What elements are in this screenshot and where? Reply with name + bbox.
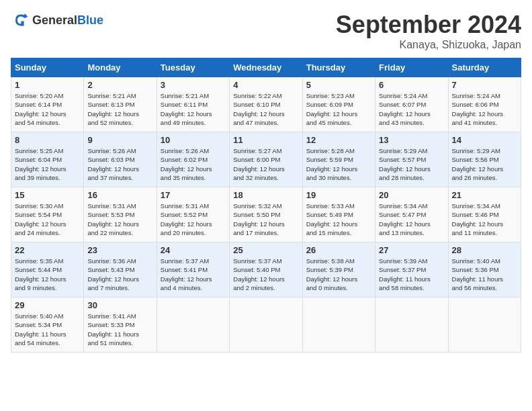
- day-number: 29: [15, 300, 80, 310]
- calendar-cell: 26Sunrise: 5:38 AM Sunset: 5:39 PM Dayli…: [302, 242, 375, 298]
- day-number: 19: [306, 190, 371, 200]
- calendar-cell: 10Sunrise: 5:26 AM Sunset: 6:02 PM Dayli…: [157, 132, 229, 187]
- cell-details: Sunrise: 5:24 AM Sunset: 6:06 PM Dayligh…: [452, 91, 517, 127]
- calendar-cell: 9Sunrise: 5:26 AM Sunset: 6:03 PM Daylig…: [84, 132, 157, 187]
- calendar-cell: 12Sunrise: 5:28 AM Sunset: 5:59 PM Dayli…: [302, 132, 375, 187]
- calendar-cell: 6Sunrise: 5:24 AM Sunset: 6:07 PM Daylig…: [375, 77, 448, 132]
- calendar-cell: [448, 298, 521, 353]
- calendar-week-row: 22Sunrise: 5:35 AM Sunset: 5:44 PM Dayli…: [11, 242, 521, 298]
- calendar-cell: 19Sunrise: 5:33 AM Sunset: 5:49 PM Dayli…: [302, 187, 375, 242]
- day-number: 16: [87, 190, 152, 200]
- cell-details: Sunrise: 5:25 AM Sunset: 6:04 PM Dayligh…: [15, 146, 80, 182]
- calendar-cell: 11Sunrise: 5:27 AM Sunset: 6:00 PM Dayli…: [230, 132, 302, 187]
- day-number: 10: [161, 135, 226, 145]
- month-title: September 2024: [336, 11, 521, 39]
- calendar-cell: 18Sunrise: 5:32 AM Sunset: 5:50 PM Dayli…: [230, 187, 302, 242]
- day-number: 15: [15, 190, 80, 200]
- day-number: 14: [452, 135, 517, 145]
- calendar-week-row: 8Sunrise: 5:25 AM Sunset: 6:04 PM Daylig…: [11, 132, 521, 187]
- cell-details: Sunrise: 5:40 AM Sunset: 5:34 PM Dayligh…: [15, 312, 80, 347]
- calendar-cell: [230, 298, 302, 353]
- day-number: 12: [306, 135, 371, 145]
- calendar-cell: [157, 298, 229, 353]
- calendar-cell: 14Sunrise: 5:29 AM Sunset: 5:56 PM Dayli…: [448, 132, 521, 187]
- day-number: 27: [379, 245, 444, 255]
- cell-details: Sunrise: 5:21 AM Sunset: 6:13 PM Dayligh…: [87, 91, 152, 127]
- calendar-cell: [302, 298, 375, 353]
- calendar-cell: 20Sunrise: 5:34 AM Sunset: 5:47 PM Dayli…: [375, 187, 448, 242]
- cell-details: Sunrise: 5:27 AM Sunset: 6:00 PM Dayligh…: [233, 146, 298, 182]
- weekday-header-saturday: Saturday: [448, 58, 521, 77]
- day-number: 2: [87, 80, 152, 90]
- calendar-cell: 29Sunrise: 5:40 AM Sunset: 5:34 PM Dayli…: [11, 298, 84, 353]
- calendar-cell: 30Sunrise: 5:41 AM Sunset: 5:33 PM Dayli…: [84, 298, 157, 353]
- calendar-week-row: 15Sunrise: 5:30 AM Sunset: 5:54 PM Dayli…: [11, 187, 521, 242]
- calendar-cell: 15Sunrise: 5:30 AM Sunset: 5:54 PM Dayli…: [11, 187, 84, 242]
- cell-details: Sunrise: 5:32 AM Sunset: 5:50 PM Dayligh…: [233, 201, 298, 237]
- cell-details: Sunrise: 5:20 AM Sunset: 6:14 PM Dayligh…: [15, 91, 80, 127]
- day-number: 20: [379, 190, 444, 200]
- weekday-header-row: SundayMondayTuesdayWednesdayThursdayFrid…: [11, 58, 521, 77]
- day-number: 8: [15, 135, 80, 145]
- day-number: 24: [161, 245, 226, 255]
- logo-text: GeneralBlue: [32, 13, 103, 28]
- calendar-cell: 1Sunrise: 5:20 AM Sunset: 6:14 PM Daylig…: [11, 77, 84, 132]
- cell-details: Sunrise: 5:31 AM Sunset: 5:53 PM Dayligh…: [87, 201, 152, 237]
- location-title: Kanaya, Shizuoka, Japan: [336, 39, 521, 51]
- cell-details: Sunrise: 5:26 AM Sunset: 6:02 PM Dayligh…: [161, 146, 226, 182]
- cell-details: Sunrise: 5:26 AM Sunset: 6:03 PM Dayligh…: [87, 146, 152, 182]
- cell-details: Sunrise: 5:36 AM Sunset: 5:43 PM Dayligh…: [87, 257, 152, 292]
- cell-details: Sunrise: 5:31 AM Sunset: 5:52 PM Dayligh…: [161, 201, 226, 237]
- cell-details: Sunrise: 5:35 AM Sunset: 5:44 PM Dayligh…: [15, 257, 80, 292]
- cell-details: Sunrise: 5:34 AM Sunset: 5:47 PM Dayligh…: [379, 201, 444, 237]
- cell-details: Sunrise: 5:29 AM Sunset: 5:56 PM Dayligh…: [452, 146, 517, 182]
- weekday-header-sunday: Sunday: [11, 58, 84, 77]
- day-number: 28: [452, 245, 517, 255]
- cell-details: Sunrise: 5:22 AM Sunset: 6:10 PM Dayligh…: [233, 91, 298, 127]
- cell-details: Sunrise: 5:37 AM Sunset: 5:41 PM Dayligh…: [161, 257, 226, 292]
- calendar-cell: 3Sunrise: 5:21 AM Sunset: 6:11 PM Daylig…: [157, 77, 229, 132]
- logo-icon: [11, 11, 30, 30]
- header: GeneralBlue September 2024 Kanaya, Shizu…: [11, 11, 521, 51]
- weekday-header-friday: Friday: [375, 58, 448, 77]
- day-number: 13: [379, 135, 444, 145]
- calendar-week-row: 29Sunrise: 5:40 AM Sunset: 5:34 PM Dayli…: [11, 298, 521, 353]
- calendar-cell: 28Sunrise: 5:40 AM Sunset: 5:36 PM Dayli…: [448, 242, 521, 298]
- cell-details: Sunrise: 5:40 AM Sunset: 5:36 PM Dayligh…: [452, 257, 517, 292]
- day-number: 22: [15, 245, 80, 255]
- title-area: September 2024 Kanaya, Shizuoka, Japan: [336, 11, 521, 51]
- calendar-cell: 24Sunrise: 5:37 AM Sunset: 5:41 PM Dayli…: [157, 242, 229, 298]
- cell-details: Sunrise: 5:29 AM Sunset: 5:57 PM Dayligh…: [379, 146, 444, 182]
- day-number: 11: [233, 135, 298, 145]
- day-number: 25: [233, 245, 298, 255]
- calendar-cell: 8Sunrise: 5:25 AM Sunset: 6:04 PM Daylig…: [11, 132, 84, 187]
- logo: GeneralBlue: [11, 11, 103, 30]
- calendar-cell: 17Sunrise: 5:31 AM Sunset: 5:52 PM Dayli…: [157, 187, 229, 242]
- cell-details: Sunrise: 5:24 AM Sunset: 6:07 PM Dayligh…: [379, 91, 444, 127]
- calendar-cell: 23Sunrise: 5:36 AM Sunset: 5:43 PM Dayli…: [84, 242, 157, 298]
- calendar-cell: 21Sunrise: 5:34 AM Sunset: 5:46 PM Dayli…: [448, 187, 521, 242]
- calendar-cell: 2Sunrise: 5:21 AM Sunset: 6:13 PM Daylig…: [84, 77, 157, 132]
- cell-details: Sunrise: 5:23 AM Sunset: 6:09 PM Dayligh…: [306, 91, 371, 127]
- cell-details: Sunrise: 5:30 AM Sunset: 5:54 PM Dayligh…: [15, 201, 80, 237]
- cell-details: Sunrise: 5:39 AM Sunset: 5:37 PM Dayligh…: [379, 257, 444, 292]
- cell-details: Sunrise: 5:34 AM Sunset: 5:46 PM Dayligh…: [452, 201, 517, 237]
- calendar-week-row: 1Sunrise: 5:20 AM Sunset: 6:14 PM Daylig…: [11, 77, 521, 132]
- calendar-table: SundayMondayTuesdayWednesdayThursdayFrid…: [11, 58, 521, 353]
- calendar-cell: 4Sunrise: 5:22 AM Sunset: 6:10 PM Daylig…: [230, 77, 302, 132]
- calendar-cell: 22Sunrise: 5:35 AM Sunset: 5:44 PM Dayli…: [11, 242, 84, 298]
- day-number: 26: [306, 245, 371, 255]
- day-number: 9: [87, 135, 152, 145]
- cell-details: Sunrise: 5:33 AM Sunset: 5:49 PM Dayligh…: [306, 201, 371, 237]
- calendar-cell: 16Sunrise: 5:31 AM Sunset: 5:53 PM Dayli…: [84, 187, 157, 242]
- calendar-cell: 7Sunrise: 5:24 AM Sunset: 6:06 PM Daylig…: [448, 77, 521, 132]
- calendar-cell: 25Sunrise: 5:37 AM Sunset: 5:40 PM Dayli…: [230, 242, 302, 298]
- day-number: 18: [233, 190, 298, 200]
- calendar-cell: 5Sunrise: 5:23 AM Sunset: 6:09 PM Daylig…: [302, 77, 375, 132]
- day-number: 6: [379, 80, 444, 90]
- logo-blue: Blue: [77, 13, 103, 27]
- day-number: 1: [15, 80, 80, 90]
- weekday-header-monday: Monday: [84, 58, 157, 77]
- weekday-header-thursday: Thursday: [302, 58, 375, 77]
- logo-general: General: [32, 13, 77, 27]
